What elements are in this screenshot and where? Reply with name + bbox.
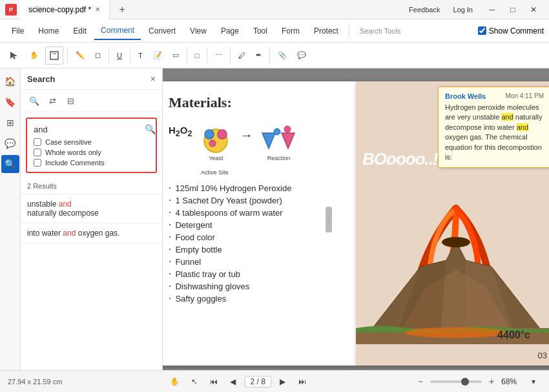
- toolbar-shape-btn[interactable]: □: [191, 46, 203, 65]
- search-input[interactable]: [34, 125, 142, 134]
- material-7: Funnel: [169, 256, 343, 268]
- close-btn[interactable]: ✕: [523, 0, 544, 19]
- sidebar-search-icon[interactable]: 🔍: [1, 155, 19, 173]
- material-6-text: Empty bottle: [175, 245, 222, 254]
- menu-form[interactable]: Form: [275, 22, 306, 40]
- case-sensitive-option[interactable]: Case sensitive: [34, 138, 149, 146]
- feedback-btn[interactable]: Feedback: [405, 5, 444, 15]
- panel-resize-handle[interactable]: ⋮: [326, 207, 332, 232]
- result2-rest: oxygen gas.: [76, 229, 119, 238]
- whole-words-checkbox[interactable]: [34, 149, 41, 156]
- replace-icon[interactable]: ⇄: [45, 94, 59, 108]
- zoom-in-btn[interactable]: ＋: [486, 376, 497, 387]
- toolbar-pen-btn[interactable]: ✏️: [72, 46, 88, 65]
- toolbar-attach-btn[interactable]: 📎: [274, 46, 291, 65]
- sidebar-icons: 🏠 🔖 ⊞ 💬 🔍: [0, 68, 21, 370]
- material-3: 4 tablespoons of warm water: [169, 207, 343, 219]
- maximize-btn[interactable]: □: [502, 0, 523, 19]
- material-1: 125ml 10% Hydrogen Peroxide: [169, 182, 343, 194]
- prev-page-btn[interactable]: ◀: [225, 375, 241, 389]
- include-comments-option[interactable]: Include Comments: [34, 159, 149, 167]
- search-icon[interactable]: 🔍: [27, 94, 41, 108]
- toolbar-sep2: [109, 48, 109, 63]
- toolbar-text-btn[interactable]: T: [134, 46, 147, 65]
- material-5-text: Food color: [175, 232, 214, 242]
- menu-convert[interactable]: Convert: [142, 22, 182, 40]
- toolbar-sig-btn[interactable]: ✒: [252, 46, 265, 65]
- menu-home[interactable]: Home: [32, 22, 65, 40]
- material-4-text: Detergent: [175, 220, 212, 230]
- result-item-2[interactable]: into water and oxygen gas.: [21, 223, 162, 243]
- toolbar-sep5: [207, 48, 207, 63]
- toolbar-comment-btn[interactable]: 💬: [293, 46, 310, 65]
- search-header: Search ×: [21, 68, 162, 90]
- toolbar-callout-btn[interactable]: 📝: [149, 46, 166, 65]
- search-panel-title: Search: [27, 74, 55, 84]
- toolbar-stamp-btn[interactable]: 🖊: [234, 46, 249, 65]
- toolbar-underline-btn[interactable]: U: [113, 46, 126, 65]
- sidebar-home-icon[interactable]: 🏠: [1, 72, 19, 90]
- toolbar-textbox-btn[interactable]: ▭: [169, 46, 183, 65]
- materials-section: Materials: H2O2: [163, 81, 356, 311]
- show-comment-toggle[interactable]: Show Comment: [478, 26, 544, 36]
- menu-search-tools[interactable]: Search Tools: [353, 22, 407, 40]
- new-tab-btn[interactable]: +: [112, 0, 132, 19]
- yeast-diagram: [198, 120, 233, 154]
- material-7-text: Funnel: [175, 257, 201, 267]
- toolbar-erase-btn[interactable]: ◻: [91, 46, 105, 65]
- last-page-btn[interactable]: ⏭: [295, 375, 310, 389]
- hand-tool-btn[interactable]: ✋: [167, 375, 183, 389]
- comment-highlight1: and: [501, 113, 513, 121]
- next-page-btn[interactable]: ▶: [275, 375, 291, 389]
- show-comment-checkbox[interactable]: [478, 26, 486, 35]
- yeast-molecule: Yeast: [198, 120, 233, 161]
- menu-edit[interactable]: Edit: [67, 22, 93, 40]
- result1-rest: naturally decompose: [27, 209, 99, 218]
- menu-page[interactable]: Page: [214, 22, 245, 40]
- pointer-btn[interactable]: ↖: [187, 375, 202, 389]
- page-dimensions: 27.94 x 21.59 cm: [8, 378, 62, 386]
- toolbar-select-btn[interactable]: [45, 46, 63, 65]
- case-sensitive-checkbox[interactable]: [34, 138, 41, 146]
- material-1-text: 125ml 10% Hydrogen Peroxide: [175, 183, 291, 193]
- search-go-btn[interactable]: 🔍: [145, 124, 156, 134]
- sidebar-bookmark-icon[interactable]: 🔖: [1, 93, 19, 111]
- material-5: Food color: [169, 231, 343, 243]
- menu-tool[interactable]: Tool: [247, 22, 274, 40]
- materials-title: Materials:: [169, 94, 343, 111]
- window-controls: ─ □ ✕: [482, 0, 544, 19]
- search-input-row: 🔍: [34, 124, 149, 134]
- document-tab[interactable]: science-copy.pdf * ✕: [19, 0, 110, 19]
- search-filter-icon[interactable]: ⊟: [63, 94, 78, 108]
- toolbar-cursor-btn[interactable]: [5, 46, 23, 65]
- zoom-slider[interactable]: [430, 380, 482, 383]
- tab-close-btn[interactable]: ✕: [95, 6, 100, 13]
- menu-file[interactable]: File: [5, 22, 30, 40]
- toolbar-hand-btn[interactable]: ✋: [26, 46, 43, 65]
- material-2: 1 Sachet Dry Yeast (powder): [169, 194, 343, 207]
- svg-point-9: [274, 129, 280, 135]
- zoom-dropdown-btn[interactable]: ▾: [526, 375, 541, 389]
- toolbar-more-btn[interactable]: ⋯: [211, 46, 226, 65]
- menu-view[interactable]: View: [183, 22, 213, 40]
- menu-comment[interactable]: Comment: [94, 22, 141, 40]
- page-indicator[interactable]: 2 / 8: [245, 376, 271, 387]
- first-page-btn[interactable]: ⏮: [206, 375, 222, 389]
- whole-words-option[interactable]: Whole words only: [34, 149, 149, 156]
- search-close-btn[interactable]: ×: [150, 74, 156, 84]
- material-6: Empty bottle: [169, 243, 343, 256]
- zoom-out-btn[interactable]: －: [415, 376, 426, 387]
- doc-page-right: 📋 Brook Wells Mon 4:11 PM Hydrogen perox…: [356, 81, 549, 366]
- comment-bubble: Brook Wells Mon 4:11 PM Hydrogen peroxid…: [438, 87, 549, 168]
- material-4: Detergent: [169, 219, 343, 231]
- result2-prefix: into water: [27, 229, 63, 238]
- include-comments-checkbox[interactable]: [34, 159, 41, 167]
- doc-area: ⋮ Materials: H2O2: [163, 68, 549, 370]
- sidebar-thumbnail-icon[interactable]: ⊞: [1, 114, 19, 132]
- sidebar-comment-icon[interactable]: 💬: [1, 134, 19, 152]
- minimize-btn[interactable]: ─: [482, 0, 502, 19]
- menu-protect[interactable]: Protect: [307, 22, 345, 40]
- login-btn[interactable]: Log In: [449, 5, 477, 15]
- svg-rect-1: [50, 52, 58, 59]
- result-item-1[interactable]: unstable and naturally decompose: [21, 194, 162, 223]
